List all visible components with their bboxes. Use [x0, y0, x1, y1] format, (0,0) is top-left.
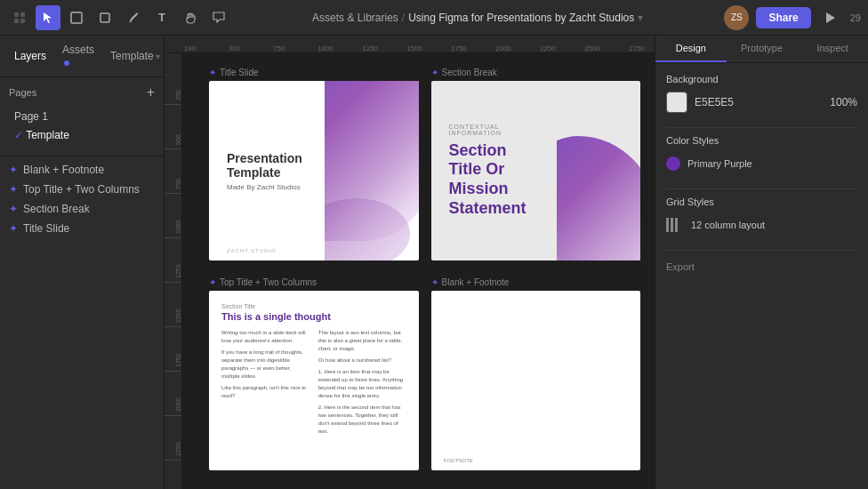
tab-inspect[interactable]: Inspect	[797, 36, 868, 62]
background-hex-value[interactable]: E5E5E5	[695, 96, 734, 108]
ruler-numbers: 240 300 750 1000 1250 1500 1750 2000 225…	[182, 36, 655, 52]
tab-layers[interactable]: Layers	[7, 47, 53, 65]
breadcrumb-app: Assets & Libraries	[312, 12, 398, 24]
layers-divider	[0, 156, 164, 156]
section-title: Section Title Or MissionStatement	[449, 141, 539, 218]
tc-col-2: This layout is two text columns, but thi…	[318, 329, 406, 436]
tc-col1-p2: If you have a long trail of thoughts, se…	[221, 349, 309, 381]
tab-prototype[interactable]: Prototype	[727, 36, 798, 62]
grid-row-12col: 12 column layout	[666, 214, 857, 236]
shape-tool[interactable]	[92, 5, 117, 30]
layer-section-break[interactable]: ✦ Section Break	[0, 199, 164, 219]
background-row: E5E5E5 100%	[666, 92, 857, 113]
canvas-area[interactable]: 240 300 750 1000 1250 1500 1750 2000 225…	[165, 36, 655, 489]
blank-footnote-frame[interactable]: FOOTNOTE	[431, 291, 641, 470]
svg-marker-10	[826, 12, 835, 23]
ruler-tick: 300	[227, 44, 271, 52]
breadcrumb-current[interactable]: Using Figma for Presentations by Zacht S…	[408, 12, 634, 24]
svg-rect-4	[71, 12, 82, 23]
time-display: 29	[850, 12, 861, 23]
play-button[interactable]	[818, 5, 843, 30]
contextual-label: CONTEXTUAL INFORMATION	[449, 124, 539, 136]
tab-assets[interactable]: Assets	[55, 41, 101, 71]
breadcrumb-separator: /	[402, 12, 405, 24]
frame-blank-footnote-label: Blank + Footnote	[442, 277, 510, 287]
ruler-tick: 1000	[316, 44, 360, 52]
ruler-tick: 750	[271, 44, 316, 52]
title-slide-left: Presentation Template Made By Zacht Stud…	[209, 81, 325, 261]
ruler-tick: 1250	[360, 44, 405, 52]
diamond-icon: ✦	[9, 164, 18, 176]
frame-icon: ✦	[209, 68, 216, 77]
toolbar-right: ZS Share 29	[724, 5, 861, 30]
layer-label: Section Break	[23, 203, 90, 215]
divider	[666, 188, 857, 189]
pages-header: Pages +	[9, 84, 155, 100]
ruler-left: 250 500 750 1000 1250 1500 1750 2000 225…	[165, 53, 182, 489]
layer-blank-footnote[interactable]: ✦ Blank + Footnote	[0, 160, 164, 180]
frame-two-columns-label: Top Title + Two Columns	[220, 277, 317, 287]
ruler-top: 240 300 750 1000 1250 1500 1750 2000 225…	[165, 36, 655, 53]
grid-styles-label: Grid Styles	[666, 196, 857, 207]
section-break-frame[interactable]: CONTEXTUAL INFORMATION Section Title Or …	[431, 81, 641, 261]
tc-body: Writing too much in a slide deck will lo…	[221, 329, 406, 436]
pages-section: Pages + Page 1 Template	[0, 77, 164, 152]
tc-col2-p3: 1. Here is an item that may be extended …	[318, 368, 406, 400]
pages-title: Pages	[9, 87, 36, 98]
layer-title-slide[interactable]: ✦ Title Slide	[0, 219, 164, 238]
primary-purple-swatch[interactable]	[666, 156, 680, 171]
title-slide-frame[interactable]: Presentation Template Made By Zacht Stud…	[209, 81, 419, 261]
diamond-icon: ✦	[9, 183, 18, 196]
tab-design[interactable]: Design	[655, 36, 727, 62]
pen-tool[interactable]	[121, 5, 146, 30]
cursor-tool[interactable]	[36, 5, 60, 30]
color-row-primary-purple: Primary Purple	[666, 153, 857, 174]
tc-col2-p1: This layout is two text columns, but thi…	[318, 329, 406, 353]
tc-title: This is a single thought	[221, 311, 406, 322]
grid-bar	[666, 218, 669, 232]
svg-rect-1	[20, 12, 25, 17]
frame-section-label: Section Break	[442, 68, 497, 77]
avatar: ZS	[724, 5, 749, 30]
frame-blank-footnote-container: ✦ Blank + Footnote FOOTNOTE	[431, 277, 641, 475]
text-tool[interactable]: T	[149, 5, 174, 30]
page-item-template[interactable]: Template	[9, 126, 155, 144]
tc-col1-p3: Like this paragraph, isn't this nice to …	[221, 384, 309, 400]
background-opacity-value[interactable]: 100%	[830, 96, 857, 108]
layer-two-columns[interactable]: ✦ Top Title + Two Columns	[0, 180, 164, 199]
toolbar: T Assets & Libraries / Using Figma for P…	[0, 0, 868, 36]
comment-tool[interactable]	[206, 5, 231, 30]
svg-rect-3	[20, 19, 25, 23]
ruler-tick: 240	[182, 44, 227, 52]
template-chevron-icon: ▾	[156, 52, 160, 61]
share-button[interactable]: Share	[756, 7, 810, 28]
frame-label-two-columns: ✦ Top Title + Two Columns	[209, 277, 419, 287]
breadcrumb-chevron-icon: ▾	[638, 12, 643, 24]
ruler-tick: 2750	[627, 44, 655, 52]
frame-tool[interactable]	[64, 5, 89, 30]
studio-label: ZACHT.STUDIO	[227, 248, 277, 253]
svg-rect-0	[14, 12, 19, 17]
slide-subtitle: Made By Zacht Studios	[227, 183, 307, 191]
right-panel-body: Background E5E5E5 100% Color Styles Prim…	[655, 63, 868, 489]
diamond-icon: ✦	[9, 222, 18, 235]
toolbar-center: Assets & Libraries / Using Figma for Pre…	[312, 12, 643, 24]
two-columns-frame[interactable]: Section Title This is a single thought W…	[209, 291, 419, 470]
primary-purple-label: Primary Purple	[687, 158, 752, 169]
frame-section-break-container: ✦ Section Break CONTEXTUAL INFORMATION S…	[431, 68, 641, 265]
grid-bar	[675, 218, 678, 232]
layer-label: Blank + Footnote	[23, 164, 104, 176]
background-color-swatch[interactable]	[666, 92, 687, 113]
page-item-page1[interactable]: Page 1	[9, 108, 155, 125]
frame-label-section-break: ✦ Section Break	[431, 68, 641, 77]
tc-col1-p1: Writing too much in a slide deck will lo…	[221, 329, 309, 345]
ruler-tick: 1750	[449, 44, 494, 52]
ruler-tick: 2000	[494, 44, 538, 52]
tab-template[interactable]: Template ▾	[103, 47, 167, 65]
add-page-button[interactable]: +	[147, 84, 155, 100]
menu-button[interactable]	[7, 5, 32, 30]
hand-tool[interactable]	[178, 5, 203, 30]
canvas-content: ✦ Title Slide Presentation Template Made…	[182, 53, 655, 489]
layer-label: Title Slide	[23, 222, 69, 235]
grid-12col-label: 12 column layout	[691, 220, 765, 230]
